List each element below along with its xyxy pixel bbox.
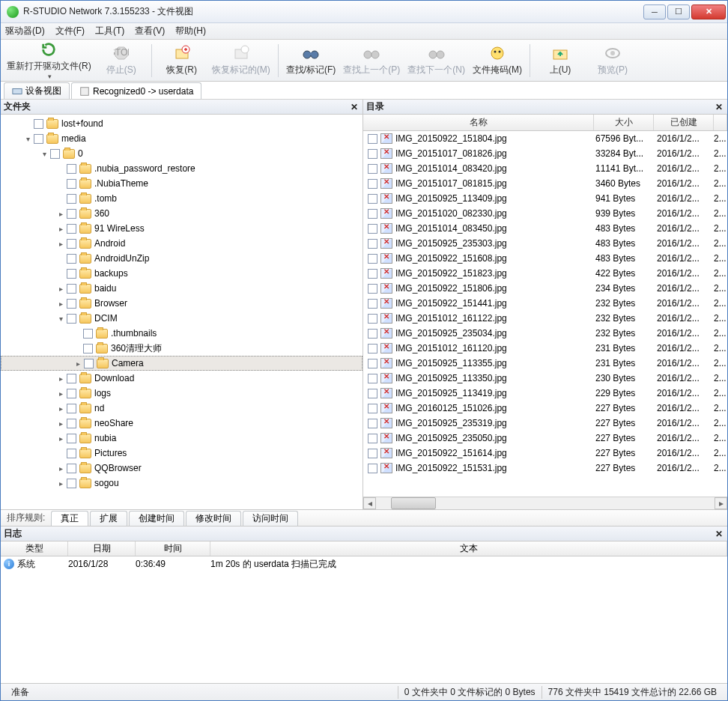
- checkbox[interactable]: [368, 419, 377, 428]
- menu-tools[interactable]: 工具(T): [95, 25, 124, 37]
- expand-icon[interactable]: ▸: [56, 209, 65, 218]
- checkbox[interactable]: [368, 269, 377, 279]
- checkbox[interactable]: [34, 119, 43, 129]
- expand-icon[interactable]: ▸: [56, 434, 65, 443]
- tool-up[interactable]: 上(U): [538, 44, 583, 76]
- tool-find[interactable]: 查找/标记(F): [286, 44, 336, 76]
- checkbox[interactable]: [368, 464, 377, 473]
- checkbox[interactable]: [67, 374, 76, 383]
- file-row[interactable]: IMG_20150925_113409.jpg941 Bytes2016/1/2…: [363, 191, 727, 206]
- file-row[interactable]: IMG_20150922_151614.jpg227 Bytes2016/1/2…: [363, 446, 727, 461]
- expand-icon[interactable]: ▸: [56, 374, 65, 383]
- expand-icon[interactable]: ▾: [40, 149, 49, 158]
- expand-icon[interactable]: ▸: [56, 239, 65, 248]
- expand-icon[interactable]: ▸: [56, 224, 65, 233]
- tree-item[interactable]: .thumbnails: [1, 326, 363, 341]
- tab-device-view[interactable]: 设备视图: [4, 82, 70, 99]
- checkbox[interactable]: [368, 299, 377, 309]
- checkbox[interactable]: [368, 359, 377, 368]
- checkbox[interactable]: [67, 404, 76, 413]
- checkbox[interactable]: [34, 134, 43, 144]
- checkbox[interactable]: [368, 329, 377, 339]
- expand-icon[interactable]: ▾: [56, 314, 65, 323]
- checkbox[interactable]: [368, 344, 377, 353]
- expand-icon[interactable]: ▸: [56, 389, 65, 398]
- tree-item[interactable]: ▸neoShare: [1, 416, 363, 431]
- log-row[interactable]: i系统2016/1/280:36:491m 20s 的 userdata 扫描已…: [1, 556, 727, 571]
- col-extra[interactable]: [714, 115, 727, 130]
- expand-icon[interactable]: [56, 194, 65, 203]
- maximize-button[interactable]: ☐: [667, 4, 690, 19]
- sort-mtime[interactable]: 修改时间: [186, 511, 241, 526]
- tree-item[interactable]: Pictures: [1, 446, 363, 461]
- tree-item[interactable]: ▸QQBrowser: [1, 461, 363, 476]
- tree-item[interactable]: 360清理大师: [1, 341, 363, 356]
- tree-item[interactable]: ▾DCIM: [1, 311, 363, 326]
- checkbox[interactable]: [67, 254, 76, 264]
- checkbox[interactable]: [368, 254, 377, 264]
- panel-close-icon[interactable]: ✕: [714, 529, 724, 539]
- checkbox[interactable]: [368, 404, 377, 413]
- tool-find-next[interactable]: 查找下一个(N): [407, 44, 465, 76]
- file-row[interactable]: IMG_20150922_151804.jpg67596 Byt...2016/…: [363, 131, 727, 146]
- expand-icon[interactable]: [73, 344, 82, 353]
- checkbox[interactable]: [67, 464, 76, 473]
- checkbox[interactable]: [368, 209, 377, 219]
- checkbox[interactable]: [67, 239, 76, 249]
- checkbox[interactable]: [67, 449, 76, 458]
- checkbox[interactable]: [67, 194, 76, 204]
- log-body[interactable]: i系统2016/1/280:36:491m 20s 的 userdata 扫描已…: [1, 556, 727, 683]
- tree-item[interactable]: AndroidUnZip: [1, 251, 363, 266]
- tree-item[interactable]: ▸91 WireLess: [1, 221, 363, 236]
- tool-find-prev[interactable]: 查找上一个(P): [343, 44, 400, 76]
- checkbox[interactable]: [67, 209, 76, 219]
- sort-ext[interactable]: 扩展: [90, 511, 127, 526]
- checkbox[interactable]: [83, 329, 93, 339]
- checkbox[interactable]: [368, 284, 377, 294]
- h-scrollbar[interactable]: ◂ ▸: [363, 497, 727, 509]
- panel-close-icon[interactable]: ✕: [714, 102, 724, 112]
- file-row[interactable]: IMG_20150922_151441.jpg232 Bytes2016/1/2…: [363, 296, 727, 311]
- checkbox[interactable]: [368, 149, 377, 159]
- checkbox[interactable]: [67, 284, 76, 294]
- minimize-button[interactable]: ─: [643, 4, 666, 19]
- file-row[interactable]: IMG_20151012_161120.jpg231 Bytes2016/1/2…: [363, 341, 727, 356]
- checkbox[interactable]: [67, 164, 76, 174]
- checkbox[interactable]: [368, 239, 377, 249]
- tree-item[interactable]: ▸360: [1, 206, 363, 221]
- tree-item[interactable]: ▸logs: [1, 386, 363, 401]
- checkbox[interactable]: [368, 449, 377, 458]
- menu-help[interactable]: 帮助(H): [175, 25, 206, 37]
- file-row[interactable]: IMG_20150925_235319.jpg227 Bytes2016/1/2…: [363, 416, 727, 431]
- file-row[interactable]: IMG_20151014_083420.jpg11141 Byt...2016/…: [363, 161, 727, 176]
- file-row[interactable]: IMG_20151017_081815.jpg3460 Bytes2016/1/…: [363, 176, 727, 191]
- tree-item[interactable]: .tomb: [1, 191, 363, 206]
- checkbox[interactable]: [368, 374, 377, 383]
- tab-recognized[interactable]: Recognized0 -> userdata: [71, 82, 201, 99]
- folder-tree[interactable]: lost+found▾media▾0.nubia_password_restor…: [1, 115, 363, 509]
- checkbox[interactable]: [67, 389, 76, 398]
- scroll-right-icon[interactable]: ▸: [715, 497, 727, 509]
- file-row[interactable]: IMG_20150922_151823.jpg422 Bytes2016/1/2…: [363, 266, 727, 281]
- file-row[interactable]: IMG_20151012_161122.jpg232 Bytes2016/1/2…: [363, 311, 727, 326]
- checkbox[interactable]: [368, 434, 377, 443]
- tree-item[interactable]: .nubia_password_restore: [1, 161, 363, 176]
- file-row[interactable]: IMG_20160125_151026.jpg227 Bytes2016/1/2…: [363, 401, 727, 416]
- file-row[interactable]: IMG_20150925_235034.jpg232 Bytes2016/1/2…: [363, 326, 727, 341]
- file-row[interactable]: IMG_20150925_113355.jpg231 Bytes2016/1/2…: [363, 356, 727, 371]
- checkbox[interactable]: [83, 344, 93, 353]
- panel-close-icon[interactable]: ✕: [349, 102, 360, 112]
- expand-icon[interactable]: [56, 179, 65, 188]
- tree-item[interactable]: ▸baidu: [1, 281, 363, 296]
- tool-stop[interactable]: STOP 停止(S): [99, 44, 144, 76]
- file-list[interactable]: IMG_20150922_151804.jpg67596 Byt...2016/…: [363, 131, 727, 497]
- log-col-date[interactable]: 日期: [68, 541, 136, 556]
- file-row[interactable]: IMG_20151020_082330.jpg939 Bytes2016/1/2…: [363, 206, 727, 221]
- tree-item[interactable]: ▸Android: [1, 236, 363, 251]
- tree-item[interactable]: backups: [1, 266, 363, 281]
- expand-icon[interactable]: ▸: [56, 464, 65, 473]
- file-row[interactable]: IMG_20150925_113350.jpg230 Bytes2016/1/2…: [363, 371, 727, 386]
- tool-recover[interactable]: 恢复(R): [160, 44, 204, 76]
- expand-icon[interactable]: [23, 119, 32, 128]
- tree-item[interactable]: ▾media: [1, 131, 363, 146]
